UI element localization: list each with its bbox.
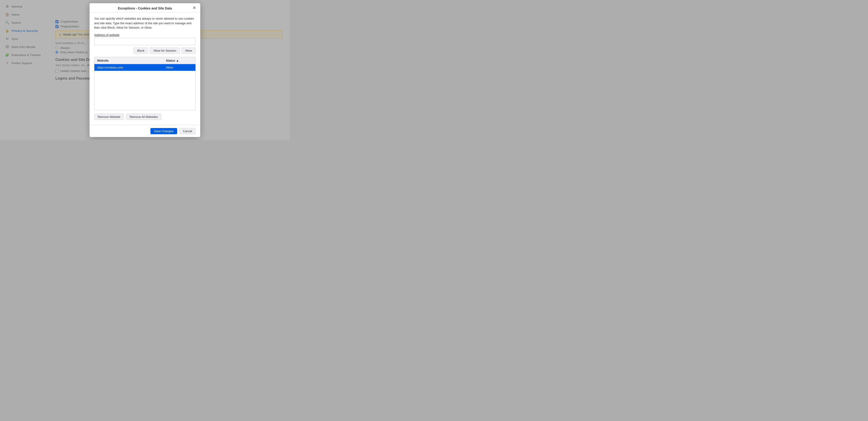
modal-title: Exceptions - Cookies and Site Data xyxy=(118,6,172,10)
col-website-header: Website xyxy=(94,57,163,64)
cancel-button[interactable]: Cancel xyxy=(180,128,196,134)
modal-close-button[interactable]: ✕ xyxy=(191,5,197,11)
action-buttons: Block Allow for Session Allow xyxy=(94,47,196,54)
modal-overlay: Exceptions - Cookies and Site Data ✕ You… xyxy=(0,0,290,140)
col-status-header[interactable]: Status ▲ xyxy=(163,57,195,64)
table-header: Website Status ▲ xyxy=(94,57,195,64)
modal-description: You can specify which websites are alway… xyxy=(94,17,196,30)
modal-footer: Save Changes Cancel xyxy=(90,125,200,137)
block-button[interactable]: Block xyxy=(133,47,148,54)
bottom-buttons: Remove Website Remove All Websites xyxy=(94,114,196,120)
website-table: Website Status ▲ https://contoso.com All… xyxy=(94,57,196,110)
status-label: Status xyxy=(166,59,175,62)
remove-website-button[interactable]: Remove Website xyxy=(94,114,124,120)
modal-header: Exceptions - Cookies and Site Data ✕ xyxy=(90,3,200,13)
table-body: https://contoso.com Allow xyxy=(94,64,195,110)
remove-all-websites-button[interactable]: Remove All Websites xyxy=(126,114,161,120)
table-row[interactable]: https://contoso.com Allow xyxy=(94,64,195,71)
save-changes-button[interactable]: Save Changes xyxy=(150,128,177,134)
row-website-0: https://contoso.com xyxy=(94,64,163,71)
modal-body: You can specify which websites are alway… xyxy=(90,13,200,125)
modal-dialog: Exceptions - Cookies and Site Data ✕ You… xyxy=(90,3,200,137)
address-input[interactable] xyxy=(94,38,196,45)
address-label: Address of website xyxy=(94,33,196,37)
allow-button[interactable]: Allow xyxy=(182,47,196,54)
allow-for-session-button[interactable]: Allow for Session xyxy=(150,47,180,54)
row-status-0: Allow xyxy=(163,64,195,71)
sort-icon: ▲ xyxy=(176,59,179,62)
